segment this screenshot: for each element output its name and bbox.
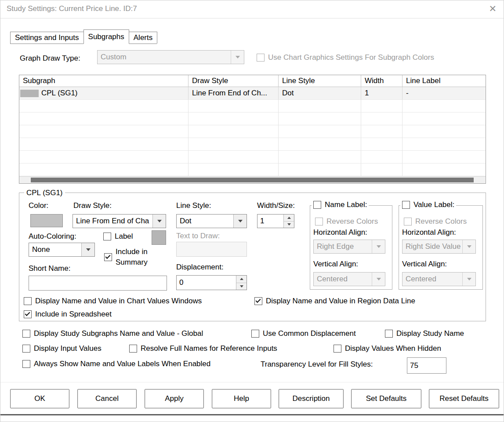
checkbox-label: Include in Summary	[116, 247, 160, 268]
include-in-spreadsheet-checkbox[interactable]: Include in Spreadsheet	[24, 309, 112, 319]
tab-settings-and-inputs[interactable]: Settings and Inputs	[10, 32, 84, 44]
text-to-draw-label: Text to Draw:	[176, 231, 220, 241]
dropdown-arrow-icon	[81, 243, 94, 256]
spinner-down-icon[interactable]	[284, 222, 294, 228]
tab-label: Alerts	[134, 33, 152, 42]
displacement-input[interactable]	[177, 276, 236, 290]
tab-label: Subgraphs	[88, 33, 124, 41]
name-reverse-colors-checkbox: Reverse Colors	[315, 217, 378, 226]
checkbox-box	[129, 345, 137, 353]
resolve-full-names-checkbox[interactable]: Resolve Full Names for Reference Inputs	[129, 344, 277, 353]
name-horizontal-align-dropdown: Right Edge	[313, 240, 385, 254]
checkbox-box	[254, 297, 262, 305]
graph-draw-type-label: Graph Draw Type:	[20, 54, 80, 63]
value-label-checkbox[interactable]: Value Label:	[400, 200, 456, 209]
auto-coloring-label: Auto-Coloring:	[29, 232, 76, 241]
checkbox-box	[22, 330, 30, 338]
tab-strip: Settings and Inputs Subgraphs Alerts	[10, 29, 157, 44]
transparency-input[interactable]	[407, 357, 446, 374]
checkbox-box	[334, 345, 341, 353]
cell-line-style: Dot	[279, 87, 361, 100]
checkbox-box	[404, 218, 412, 226]
window-title: Study Settings: Current Price Line. ID:7	[7, 4, 137, 13]
column-header: Draw Style	[189, 75, 279, 87]
width-size-spinner[interactable]	[257, 214, 294, 228]
ok-button[interactable]: OK	[10, 389, 69, 408]
checkbox-label: Display Values When Hidden	[345, 344, 441, 353]
use-common-displacement-checkbox[interactable]: Use Common Displacement	[251, 329, 356, 338]
reset-defaults-button[interactable]: Reset Defaults	[429, 389, 499, 408]
display-values-hidden-checkbox[interactable]: Display Values When Hidden	[334, 344, 441, 353]
width-size-input[interactable]	[257, 215, 283, 228]
spinner-up-icon[interactable]	[236, 276, 247, 283]
dropdown-value: Right Side Value	[402, 240, 462, 253]
close-icon[interactable]: ✕	[489, 4, 497, 14]
cell-draw-style: Line From End of Ch...	[189, 87, 279, 100]
include-in-summary-checkbox[interactable]: Include in Summary	[104, 247, 163, 268]
apply-button[interactable]: Apply	[145, 389, 204, 408]
checkbox-box	[257, 54, 265, 62]
checkbox-label: Value Label:	[413, 200, 454, 209]
description-button[interactable]: Description	[279, 389, 344, 408]
spinner-down-icon[interactable]	[236, 283, 247, 290]
checkbox-box	[315, 218, 323, 226]
checkbox-box	[22, 360, 30, 368]
draw-style-label: Draw Style:	[73, 201, 112, 211]
always-show-labels-checkbox[interactable]: Always Show Name and Value Labels When E…	[22, 359, 210, 369]
horizontal-scrollbar[interactable]	[19, 176, 486, 183]
study-settings-dialog: Study Settings: Current Price Line. ID:7…	[0, 0, 504, 422]
cancel-button[interactable]: Cancel	[77, 389, 137, 408]
dropdown-arrow-icon	[152, 215, 166, 228]
cell-subgraph: CPL (SG1)	[41, 89, 78, 98]
table-empty-row	[19, 151, 486, 164]
display-input-values-checkbox[interactable]: Display Input Values	[22, 344, 102, 353]
column-header: Width	[361, 75, 402, 87]
display-region-data-checkbox[interactable]: Display Name and Value in Region Data Li…	[254, 296, 415, 306]
set-defaults-button[interactable]: Set Defaults	[351, 389, 421, 408]
table-empty-row	[19, 164, 486, 176]
use-chart-graphics-checkbox: Use Chart Graphics Settings For Subgraph…	[257, 53, 434, 62]
draw-style-dropdown[interactable]: Line From End of Cha	[73, 214, 166, 228]
dropdown-value: Right Edge	[314, 240, 372, 253]
dropdown-arrow-icon	[231, 51, 244, 64]
checkbox-box	[24, 310, 32, 318]
name-label-checkbox[interactable]: Name Label:	[312, 200, 369, 209]
separator	[0, 382, 504, 382]
window-bottom-edge	[0, 414, 504, 415]
short-name-input[interactable]	[29, 276, 167, 291]
displacement-spinner[interactable]	[176, 275, 247, 290]
short-name-label: Short Name:	[29, 264, 70, 273]
column-header: Subgraph	[19, 75, 189, 87]
checkbox-label: Always Show Name and Value Labels When E…	[34, 359, 210, 369]
transparency-label: Transparency Level for Fill Styles:	[261, 360, 373, 369]
label-checkbox[interactable]: Label	[103, 232, 133, 241]
display-chart-values-checkbox[interactable]: Display Name and Value in Chart Values W…	[24, 296, 202, 306]
checkbox-box	[22, 345, 30, 353]
table-empty-row	[19, 100, 486, 113]
value-horizontal-align-dropdown: Right Side Value	[402, 240, 476, 254]
line-style-dropdown[interactable]: Dot	[176, 214, 247, 228]
cell-width: 1	[361, 87, 402, 100]
display-study-name-checkbox[interactable]: Display Study Name	[385, 329, 464, 338]
help-button[interactable]: Help	[212, 389, 271, 408]
display-subgraphs-global-checkbox[interactable]: Display Study Subgraphs Name and Value -…	[22, 329, 203, 338]
checkbox-label: Display Name and Value in Region Data Li…	[266, 296, 415, 306]
scrollbar-thumb[interactable]	[31, 178, 474, 182]
dropdown-arrow-icon	[462, 273, 475, 286]
value-horizontal-align-label: Horizontal Align:	[402, 228, 456, 237]
dropdown-arrow-icon	[462, 240, 475, 253]
tab-alerts[interactable]: Alerts	[129, 32, 157, 44]
tab-subgraphs[interactable]: Subgraphs	[83, 29, 129, 44]
auto-coloring-dropdown[interactable]: None	[29, 243, 95, 257]
subgraph-table: Subgraph Draw Style Line Style Width Lin…	[19, 75, 486, 184]
table-empty-row	[19, 138, 486, 151]
label-color-button[interactable]	[152, 230, 166, 245]
value-vertical-align-dropdown: Centered	[402, 272, 476, 286]
spinner-up-icon[interactable]	[284, 215, 294, 222]
name-vertical-align-dropdown: Centered	[313, 272, 385, 286]
table-row[interactable]: CPL (SG1) Line From End of Ch... Dot 1 -	[19, 87, 486, 100]
subgraph-color-button[interactable]	[30, 214, 63, 227]
dropdown-value: Centered	[314, 273, 372, 286]
checkbox-label: Display Study Name	[396, 329, 464, 338]
title-bar: Study Settings: Current Price Line. ID:7…	[0, 0, 504, 18]
